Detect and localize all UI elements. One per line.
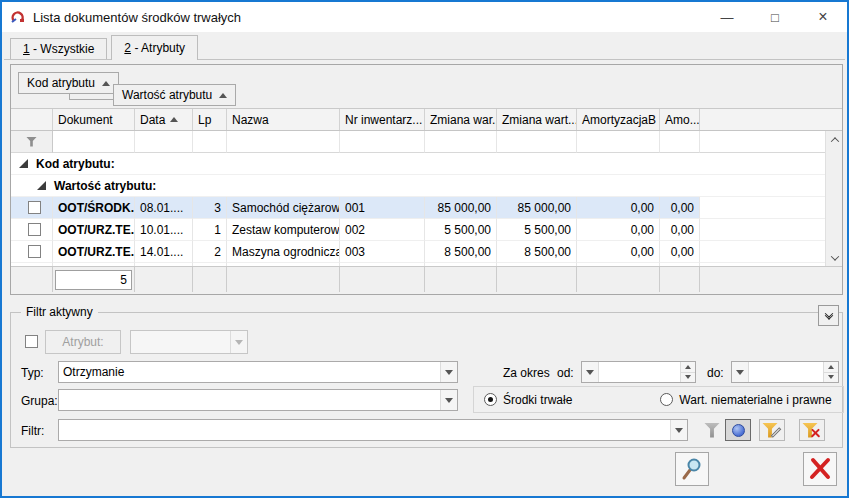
close-window-button[interactable]: × bbox=[799, 2, 847, 32]
cell-filler bbox=[700, 219, 825, 241]
do-date-field[interactable] bbox=[731, 361, 839, 383]
group-row-kod-atrybutu[interactable]: Kod atrybutu: bbox=[11, 153, 825, 175]
filter-cell-lp[interactable] bbox=[193, 131, 227, 153]
row-checkbox[interactable] bbox=[28, 201, 41, 214]
summary-cell bbox=[193, 267, 227, 292]
maximize-button[interactable]: □ bbox=[751, 2, 799, 32]
row-checkbox[interactable] bbox=[28, 223, 41, 236]
date-spinner[interactable] bbox=[680, 362, 695, 382]
filter-row-button[interactable] bbox=[11, 131, 53, 153]
cell-nazwa: Samochód ciężarowy bbox=[227, 197, 340, 219]
typ-combo[interactable]: Otrzymanie bbox=[58, 361, 458, 383]
cell-zmiana-wartosci-2: 85 000,00 bbox=[497, 197, 577, 219]
vertical-scrollbar[interactable] bbox=[825, 131, 842, 266]
cell-dokument: OOT/URZ.TE... bbox=[53, 241, 135, 263]
row-indicator-cell bbox=[11, 263, 53, 266]
table-row[interactable]: OOT/URZ.TE... 14.01.... 2 Maszyna ogrodn… bbox=[11, 241, 825, 263]
summary-cell bbox=[425, 267, 497, 292]
filter-cell-amo[interactable] bbox=[660, 131, 700, 153]
row-indicator-cell bbox=[11, 219, 53, 241]
auto-filter-row bbox=[11, 131, 825, 153]
table-row[interactable]: OOT/URZ.TE... 10.01.... 1 Zestaw kompute… bbox=[11, 219, 825, 241]
filter-cell-zw1[interactable] bbox=[425, 131, 497, 153]
filter-clear-button[interactable] bbox=[799, 419, 825, 441]
chevron-down-icon bbox=[830, 252, 838, 260]
radio-wart-niematerialne[interactable]: Wart. niematerialne i prawne bbox=[660, 393, 831, 407]
column-label: Dokument bbox=[58, 113, 113, 127]
filtr-combo[interactable] bbox=[58, 419, 688, 441]
close-button[interactable] bbox=[803, 452, 837, 486]
filter-cell-dokument[interactable] bbox=[53, 131, 135, 153]
cell-filler bbox=[700, 241, 825, 263]
column-label: Nazwa bbox=[232, 113, 269, 127]
date-value[interactable] bbox=[749, 362, 823, 382]
spin-down-icon bbox=[828, 375, 834, 379]
filter-apply-button[interactable] bbox=[699, 419, 725, 441]
group-expanded-icon[interactable] bbox=[19, 159, 28, 168]
grid-body: Kod atrybutu: Wartość atrybutu: OOT/ŚROD… bbox=[11, 131, 825, 266]
cell-zmiana-wartosci-2: 5 500,00 bbox=[497, 219, 577, 241]
table-row[interactable]: OOT/ŚRODK... 08.01.... 3 Samochód ciężar… bbox=[11, 197, 825, 219]
atrybut-value-combo[interactable] bbox=[130, 330, 248, 354]
group-row-wartosc-atrybutu[interactable]: Wartość atrybutu: bbox=[11, 175, 825, 197]
group-row-label: Kod atrybutu: bbox=[36, 157, 115, 171]
titlebar: Lista dokumentów środków trwałych — □ × bbox=[2, 2, 847, 32]
spin-up-icon bbox=[828, 365, 834, 369]
scroll-down-button[interactable] bbox=[826, 249, 843, 266]
filter-edit-button[interactable] bbox=[759, 419, 785, 441]
red-x-icon bbox=[807, 456, 833, 482]
column-header-lp[interactable]: Lp bbox=[193, 109, 227, 130]
column-label: Zmiana war... bbox=[430, 113, 497, 127]
row-checkbox[interactable] bbox=[28, 245, 41, 258]
spin-down-icon bbox=[685, 375, 691, 379]
column-header-data[interactable]: Data bbox=[135, 109, 193, 130]
radio-srodki-trwale[interactable]: Środki trwałe bbox=[484, 393, 572, 407]
date-spinner[interactable] bbox=[823, 362, 838, 382]
column-label: Amo... bbox=[665, 113, 700, 127]
filter-cell-nazwa[interactable] bbox=[227, 131, 340, 153]
atrybut-button[interactable]: Atrybut: bbox=[45, 330, 121, 354]
funnel-icon bbox=[26, 137, 37, 147]
tab-wszystkie[interactable]: 1 - Wszystkie bbox=[10, 38, 107, 59]
column-header-nr-inwentarzowy[interactable]: Nr inwentarz... bbox=[340, 109, 425, 130]
cell-zmiana-wartosci-1: 8 500,00 bbox=[425, 241, 497, 263]
column-header-amortyzacja-b[interactable]: AmortyzacjaB bbox=[577, 109, 660, 130]
group-button-wartosc-atrybutu[interactable]: Wartość atrybutu bbox=[113, 84, 236, 106]
grupa-combo[interactable] bbox=[58, 389, 458, 411]
tab-atrybuty[interactable]: 2 - Atrybuty bbox=[111, 35, 198, 60]
cell-dokument: OOT/ŚRODK... bbox=[53, 197, 135, 219]
scroll-up-button[interactable] bbox=[826, 131, 843, 148]
column-header-amo[interactable]: Amo... bbox=[660, 109, 700, 130]
search-button[interactable] bbox=[675, 452, 709, 486]
od-date-field[interactable] bbox=[581, 361, 696, 383]
filter-cell-amb[interactable] bbox=[577, 131, 660, 153]
group-expanded-icon[interactable] bbox=[37, 181, 46, 190]
cell-data: 08.01.... bbox=[135, 197, 193, 219]
radio-unselected-icon[interactable] bbox=[660, 393, 673, 406]
cell-lp: 1 bbox=[193, 219, 227, 241]
atrybut-checkbox[interactable] bbox=[25, 335, 38, 348]
cell-lp: 2 bbox=[193, 241, 227, 263]
filter-cell-zw2[interactable] bbox=[497, 131, 577, 153]
tabstrip: 1 - Wszystkie 2 - Atrybuty bbox=[4, 34, 845, 60]
filter-pin-button[interactable] bbox=[725, 419, 751, 441]
chevron-down-icon bbox=[230, 331, 247, 353]
column-header-zmiana-wartosci-1[interactable]: Zmiana war... bbox=[425, 109, 497, 130]
chevron-down-icon bbox=[440, 362, 457, 382]
column-header-zmiana-wartosci-2[interactable]: Zmiana wart... bbox=[497, 109, 577, 130]
cell-nr-inwentarzowy: 003 bbox=[340, 241, 425, 263]
chevron-down-icon bbox=[670, 420, 687, 440]
group-button-kod-atrybutu[interactable]: Kod atrybutu bbox=[18, 72, 119, 94]
collapse-panel-button[interactable] bbox=[818, 305, 839, 326]
minimize-button[interactable]: — bbox=[703, 2, 751, 32]
filter-cell-nr[interactable] bbox=[340, 131, 425, 153]
chevron-down-icon bbox=[582, 362, 599, 382]
filter-panel-legend: Filtr aktywny bbox=[21, 305, 98, 319]
column-header-dokument[interactable]: Dokument bbox=[53, 109, 135, 130]
radio-selected-icon[interactable] bbox=[484, 393, 497, 406]
filter-cell-data[interactable] bbox=[135, 131, 193, 153]
date-value[interactable] bbox=[599, 362, 680, 382]
column-header-nazwa[interactable]: Nazwa bbox=[227, 109, 340, 130]
table-row-partial[interactable] bbox=[11, 263, 825, 266]
cell-nazwa: Maszyna ogrodnicza bbox=[227, 241, 340, 263]
